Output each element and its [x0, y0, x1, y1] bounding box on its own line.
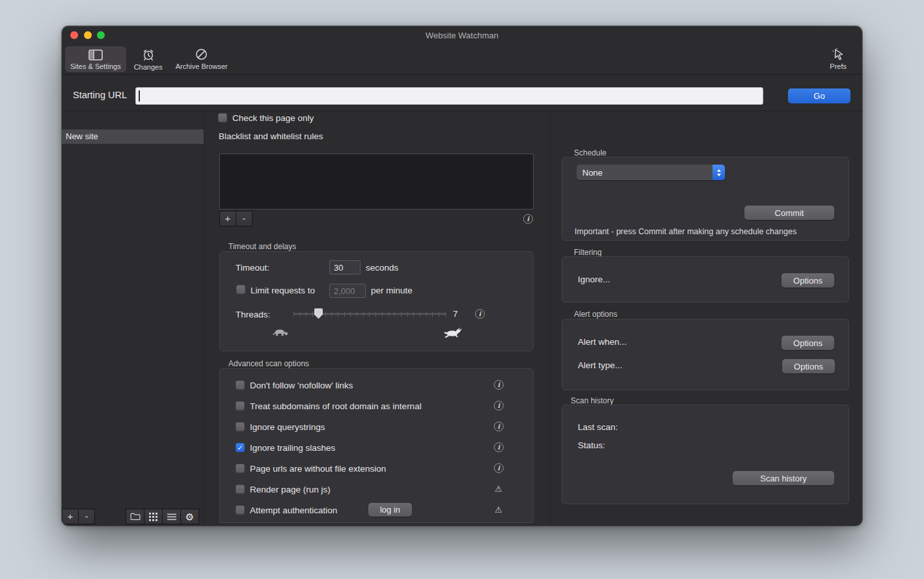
- info-icon[interactable]: [494, 463, 504, 473]
- info-icon[interactable]: [523, 214, 533, 224]
- info-icon[interactable]: [494, 422, 504, 431]
- tab-label: Changes: [134, 63, 163, 71]
- filtering-section-title: Filtering: [574, 248, 602, 257]
- rabbit-icon: [443, 327, 463, 338]
- tab-label: Sites & Settings: [70, 62, 121, 70]
- checkbox-attempt-auth[interactable]: [236, 505, 245, 515]
- window-title: Website Watchman: [62, 31, 862, 40]
- schedule-note: Important - press Commit after making an…: [575, 227, 796, 236]
- status-label: Status:: [578, 440, 605, 450]
- panels-icon: [88, 48, 103, 61]
- checkbox-limit-requests[interactable]: [236, 285, 245, 294]
- titlebar: Website Watchman: [62, 26, 862, 44]
- checkbox-render-page[interactable]: [236, 485, 245, 494]
- folder-view-button[interactable]: [126, 509, 144, 524]
- advanced-section-title: Advanced scan options: [228, 359, 309, 368]
- prefs-button[interactable]: Prefs: [824, 46, 852, 72]
- starting-url-label: Starting URL: [73, 90, 127, 100]
- checkbox-check-page-only[interactable]: [218, 113, 227, 122]
- list-icon: [167, 513, 176, 520]
- scan-history-button[interactable]: Scan history: [733, 471, 834, 485]
- info-icon[interactable]: [494, 380, 504, 390]
- sidebar-divider: [204, 111, 204, 526]
- commit-button[interactable]: Commit: [744, 206, 834, 220]
- prefs-label: Prefs: [830, 62, 847, 70]
- gear-icon: ⚙: [185, 512, 194, 522]
- toolbar: Sites & Settings Changes Archive Browser…: [62, 44, 862, 75]
- checkbox-no-file-extension[interactable]: [236, 464, 245, 473]
- history-section-title: Scan history: [571, 396, 614, 405]
- option-label: Ignore querystrings: [250, 422, 325, 432]
- desktop: { "window": { "title": "Website Watchman…: [0, 0, 924, 579]
- schedule-group-box: None Commit Important - press Commit aft…: [562, 157, 849, 241]
- alert-when-label: Alert when...: [578, 337, 627, 347]
- timeout-unit-label: seconds: [366, 263, 398, 273]
- timeout-input[interactable]: [329, 260, 360, 275]
- divider: [62, 111, 862, 111]
- sidebar-item-new-site[interactable]: New site: [62, 129, 204, 144]
- limit-requests-input[interactable]: [329, 284, 366, 298]
- option-label: Treat subdomains of root domain as inter…: [250, 401, 422, 411]
- list-view-button[interactable]: [162, 509, 181, 524]
- close-button[interactable]: [70, 31, 78, 39]
- minimize-button[interactable]: [84, 31, 92, 39]
- turtle-icon: [272, 328, 289, 337]
- checkbox-ignore-querystrings[interactable]: [236, 422, 245, 431]
- go-button[interactable]: Go: [788, 88, 850, 103]
- blacklist-rules-label: Blacklist and whitelist rules: [219, 131, 323, 141]
- slider-thumb[interactable]: [314, 308, 323, 319]
- window-controls: [70, 31, 105, 39]
- text-caret: [139, 90, 140, 101]
- filtering-options-button[interactable]: Options: [781, 273, 834, 288]
- pointer-icon: [832, 48, 845, 61]
- compass-icon: [195, 48, 208, 61]
- filtering-group-box: Ignore... Options: [562, 256, 849, 303]
- timeout-label: Timeout:: [236, 263, 269, 273]
- option-label: Render page (run js): [250, 485, 331, 494]
- schedule-popup-value: None: [577, 168, 713, 178]
- tab-label: Archive Browser: [176, 62, 228, 70]
- checkbox-nofollow-links[interactable]: [236, 381, 245, 390]
- info-icon[interactable]: [475, 309, 485, 319]
- limit-requests-label: Limit requests to: [251, 286, 315, 295]
- schedule-popup[interactable]: None: [577, 165, 725, 180]
- grid-view-button[interactable]: [144, 509, 163, 524]
- warning-icon: [493, 483, 504, 494]
- column-divider: [550, 111, 550, 526]
- app-window: Website Watchman Sites & Settings Change…: [62, 26, 862, 526]
- blacklist-rules-table[interactable]: [219, 154, 534, 209]
- alarm-clock-icon: [142, 48, 155, 61]
- advanced-group-box: Don't follow 'nofollow' links Treat subd…: [219, 368, 534, 523]
- option-label: Attempt authentication: [250, 505, 337, 515]
- starting-url-input[interactable]: [135, 87, 763, 105]
- blacklist-add-button[interactable]: +: [219, 211, 236, 226]
- warning-icon: [493, 504, 504, 515]
- limit-unit-label: per minute: [371, 286, 413, 295]
- tab-archive-browser[interactable]: Archive Browser: [170, 46, 233, 72]
- sidebar-add-button[interactable]: +: [62, 509, 79, 524]
- alert-type-options-button[interactable]: Options: [782, 359, 835, 373]
- folder-icon: [130, 513, 141, 520]
- check-page-only-label: Check this page only: [232, 113, 314, 123]
- threads-slider[interactable]: [293, 308, 446, 319]
- option-label: Ignore trailing slashes: [250, 443, 335, 453]
- option-label: Don't follow 'nofollow' links: [250, 381, 353, 390]
- grid-icon: [149, 513, 157, 521]
- sidebar-remove-button[interactable]: -: [78, 509, 95, 524]
- zoom-button[interactable]: [97, 31, 105, 39]
- tab-changes[interactable]: Changes: [129, 46, 168, 72]
- popup-arrows-icon: [713, 165, 725, 180]
- blacklist-remove-button[interactable]: -: [236, 211, 252, 226]
- checkbox-subdomains-internal[interactable]: [236, 401, 245, 411]
- tab-sites-settings[interactable]: Sites & Settings: [65, 46, 126, 72]
- settings-view-button[interactable]: ⚙: [180, 509, 199, 524]
- info-icon[interactable]: [494, 401, 504, 411]
- info-icon[interactable]: [494, 442, 504, 452]
- alert-when-options-button[interactable]: Options: [781, 336, 834, 350]
- ignore-label: Ignore...: [578, 275, 610, 284]
- option-label: Page urls are without file extension: [250, 464, 386, 474]
- threads-value: 7: [453, 309, 458, 319]
- alerts-section-title: Alert options: [574, 310, 618, 319]
- checkbox-ignore-trailing-slashes[interactable]: [236, 443, 245, 452]
- log-in-button[interactable]: log in: [368, 503, 412, 517]
